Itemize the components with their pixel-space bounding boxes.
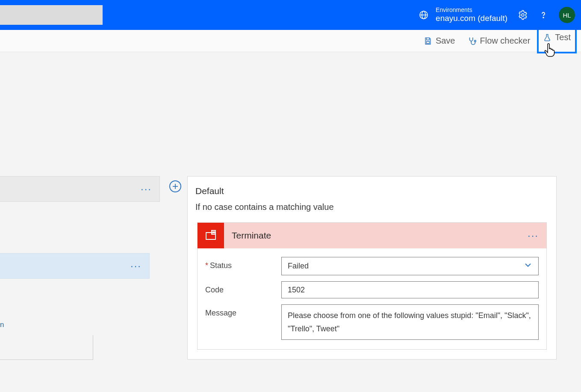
save-button[interactable]: Save — [419, 32, 460, 49]
flow-canvas[interactable]: ··· ··· n Default If no case contains a … — [0, 52, 581, 392]
code-label: Code — [205, 281, 281, 295]
status-label: *Status — [205, 257, 281, 270]
environment-selector[interactable]: Environments enayu.com (default) — [419, 6, 507, 24]
terminate-body: *Status Failed Code 1502 Message — [198, 248, 546, 349]
save-icon — [424, 37, 432, 45]
more-icon[interactable]: ··· — [130, 263, 142, 268]
status-row: *Status Failed — [205, 257, 539, 275]
svg-rect-9 — [206, 233, 215, 239]
more-icon[interactable]: ··· — [528, 230, 546, 242]
flask-icon — [543, 33, 552, 42]
default-case-title: Default — [188, 177, 556, 200]
avatar[interactable]: HL — [559, 7, 575, 23]
message-row: Message Please choose from one of the fo… — [205, 304, 539, 340]
code-value: 1502 — [288, 286, 305, 295]
environment-name: enayu.com (default) — [436, 14, 507, 24]
code-row: Code 1502 — [205, 281, 539, 298]
command-bar: Save Flow checker Test — [0, 30, 581, 52]
case-container-partial — [0, 335, 93, 360]
terminate-title: Terminate — [224, 230, 528, 241]
status-dropdown[interactable]: Failed — [281, 257, 539, 275]
svg-point-4 — [543, 17, 544, 18]
svg-point-6 — [474, 40, 476, 42]
stethoscope-icon — [467, 36, 477, 46]
add-case-button[interactable] — [169, 180, 181, 192]
code-input[interactable]: 1502 — [281, 281, 539, 298]
settings-button[interactable] — [518, 10, 528, 20]
default-case-card: Default If no case contains a matching v… — [187, 176, 557, 360]
flow-checker-button[interactable]: Flow checker — [462, 32, 536, 49]
flow-checker-label: Flow checker — [480, 36, 531, 46]
environments-label: Environments — [436, 6, 507, 14]
action-card-partial[interactable]: ··· — [0, 253, 150, 279]
plus-icon — [172, 183, 179, 190]
svg-point-3 — [522, 14, 524, 16]
svg-rect-5 — [427, 41, 430, 43]
add-action-link-fragment[interactable]: n — [0, 321, 4, 329]
message-label: Message — [205, 304, 281, 318]
terminate-header[interactable]: Terminate ··· — [198, 223, 546, 248]
chevron-down-icon — [524, 261, 532, 271]
avatar-initials: HL — [563, 12, 571, 19]
default-case-subtitle: If no case contains a matching value — [188, 200, 556, 222]
test-label: Test — [555, 32, 571, 42]
help-button[interactable] — [538, 10, 549, 20]
save-label: Save — [436, 36, 455, 46]
header-right: Environments enayu.com (default) HL — [419, 0, 575, 30]
test-button[interactable]: Test — [537, 28, 577, 53]
terminate-icon — [198, 223, 224, 248]
status-value: Failed — [288, 262, 309, 271]
search-input[interactable] — [0, 5, 103, 25]
message-input[interactable]: Please choose from one of the following … — [281, 304, 539, 340]
globe-icon — [419, 10, 429, 20]
case-card-partial[interactable]: ··· — [0, 176, 160, 202]
terminate-step: Terminate ··· *Status Failed Code — [197, 222, 547, 350]
app-header: Environments enayu.com (default) HL — [0, 0, 581, 30]
more-icon[interactable]: ··· — [141, 186, 152, 192]
message-value: Please choose from one of the following … — [288, 311, 531, 333]
